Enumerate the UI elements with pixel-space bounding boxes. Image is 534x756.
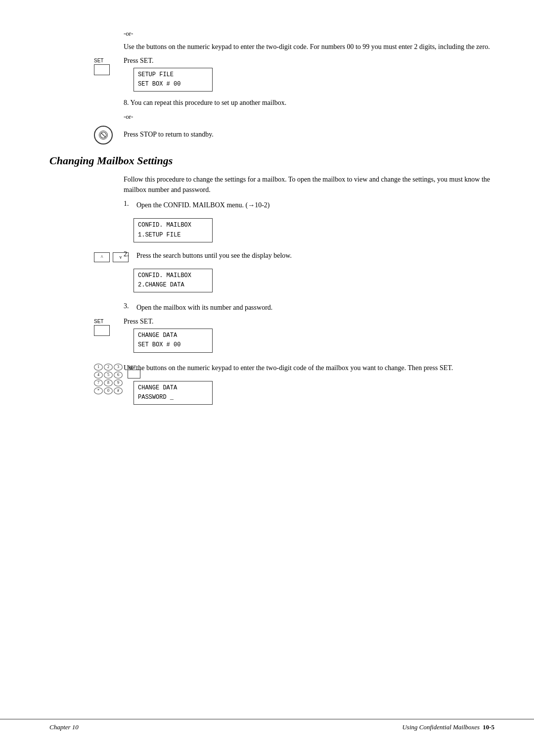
step-1-num: 1. bbox=[124, 200, 134, 208]
lcd-s3-l2: SET BOX # 00 bbox=[138, 340, 208, 350]
key-9: 9 bbox=[114, 379, 123, 386]
step-2-text: Press the search buttons until you see t… bbox=[136, 250, 494, 261]
step-2-num: 2. bbox=[124, 250, 134, 258]
footer-left: Chapter 10 bbox=[49, 723, 79, 731]
search-down-icon: v bbox=[120, 254, 122, 260]
search-up-btn: ^ bbox=[94, 252, 110, 262]
key-star: * bbox=[94, 387, 103, 394]
key-5: 5 bbox=[104, 372, 113, 378]
set-btn-3 bbox=[94, 325, 110, 336]
step-3-text: Open the mailbox with its number and pas… bbox=[136, 302, 494, 313]
lcd-s1-l2: 1.SETUP FILE bbox=[138, 231, 208, 240]
key-1: 1 bbox=[94, 364, 103, 371]
lcd-box-final: CHANGE DATA PASSWORD _ bbox=[134, 381, 213, 405]
step-3-row: 3. Open the mailbox with its number and … bbox=[124, 302, 494, 313]
key-6: 6 bbox=[114, 372, 123, 378]
or-text-2: -or- bbox=[124, 113, 494, 121]
page: -or- Use the buttons on the numeric keyp… bbox=[0, 0, 534, 756]
footer-right: Using Confidential Mailboxes 10-5 bbox=[402, 723, 494, 731]
set-button-3: SET bbox=[94, 319, 110, 336]
or-text-1: -or- bbox=[124, 30, 494, 38]
stop-inner bbox=[99, 131, 108, 140]
press-stop: Press STOP to return to standby. bbox=[124, 131, 494, 139]
lcd-box-step1: CONFID. MAILBOX 1.SETUP FILE bbox=[134, 218, 213, 242]
lcd-final-l1: CHANGE DATA bbox=[138, 383, 208, 393]
footer: Chapter 10 Using Confidential Mailboxes … bbox=[0, 719, 534, 731]
stop-icon bbox=[100, 132, 107, 139]
lcd1-line2: SET BOX # 00 bbox=[138, 80, 208, 89]
key-0: 0 bbox=[104, 387, 113, 394]
key-8: 8 bbox=[104, 379, 113, 386]
key-2: 2 bbox=[104, 364, 113, 371]
lcd-final-l2: PASSWORD _ bbox=[138, 393, 208, 402]
press-set-3: Press SET. bbox=[124, 318, 494, 326]
lcd-box-step3: CHANGE DATA SET BOX # 00 bbox=[134, 329, 213, 352]
footer-center: Using Confidential Mailboxes bbox=[402, 723, 480, 731]
svg-line-1 bbox=[101, 133, 105, 137]
keypad-grid: 1 2 3 4 5 6 7 8 9 * 0 # bbox=[94, 364, 123, 394]
lcd-s2-l1: CONFID. MAILBOX bbox=[138, 271, 208, 281]
lcd-s2-l2: 2.CHANGE DATA bbox=[138, 281, 208, 290]
item-8: 8. You can repeat this procedure to set … bbox=[124, 97, 494, 108]
key-7: 7 bbox=[94, 379, 103, 386]
key-4: 4 bbox=[94, 372, 103, 378]
set-label-3: SET bbox=[94, 319, 103, 324]
search-up-icon: ^ bbox=[101, 254, 103, 260]
lcd-s3-l1: CHANGE DATA bbox=[138, 331, 208, 340]
set-button-1: SET bbox=[94, 58, 110, 75]
set-label-1: SET bbox=[94, 58, 103, 63]
key-3: 3 bbox=[114, 364, 123, 371]
lcd-box-1: SETUP FILE SET BOX # 00 bbox=[134, 68, 213, 92]
lcd-box-step2: CONFID. MAILBOX 2.CHANGE DATA bbox=[134, 269, 213, 292]
section-heading: Changing Mailbox Settings bbox=[49, 154, 494, 167]
section-intro: Follow this procedure to change the sett… bbox=[124, 174, 494, 195]
step-1-text: Open the CONFID. MAILBOX menu. (→10-2) bbox=[136, 200, 494, 210]
intro-para: Use the buttons on the numeric keypad to… bbox=[124, 42, 494, 52]
press-set-1: Press SET. bbox=[124, 57, 494, 65]
stop-button bbox=[94, 126, 113, 144]
step-1-row: 1. Open the CONFID. MAILBOX menu. (→10-2… bbox=[124, 200, 494, 245]
step-3-num: 3. bbox=[124, 302, 134, 310]
set-btn-1 bbox=[94, 64, 110, 75]
key-hash: # bbox=[114, 387, 123, 394]
lcd1-line1: SETUP FILE bbox=[138, 70, 208, 80]
lcd-s1-l1: CONFID. MAILBOX bbox=[138, 221, 208, 230]
footer-page-num: 10-5 bbox=[483, 723, 494, 731]
after-step3-text: Use the buttons on the numeric keypad to… bbox=[124, 363, 494, 373]
